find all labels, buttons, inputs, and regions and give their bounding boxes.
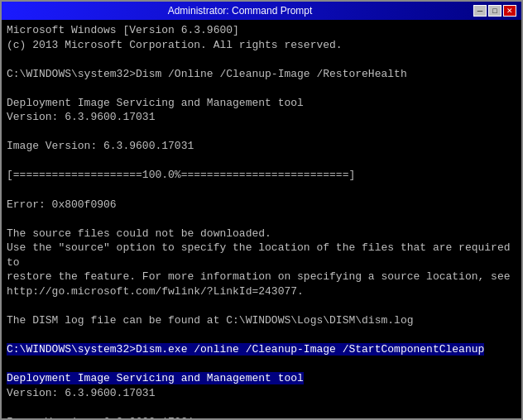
console-output: Microsoft Windows [Version 6.3.9600] (c)… xyxy=(2,20,521,418)
maximize-button[interactable]: □ xyxy=(488,5,501,17)
window-title: Administrator: Command Prompt xyxy=(7,5,473,17)
minimize-button[interactable]: ─ xyxy=(473,5,487,17)
close-button[interactable]: ✕ xyxy=(503,5,516,17)
window-controls: ─ □ ✕ xyxy=(473,5,516,17)
title-bar: Administrator: Command Prompt ─ □ ✕ xyxy=(2,2,521,20)
cmd-window: Administrator: Command Prompt ─ □ ✕ Micr… xyxy=(0,0,523,420)
